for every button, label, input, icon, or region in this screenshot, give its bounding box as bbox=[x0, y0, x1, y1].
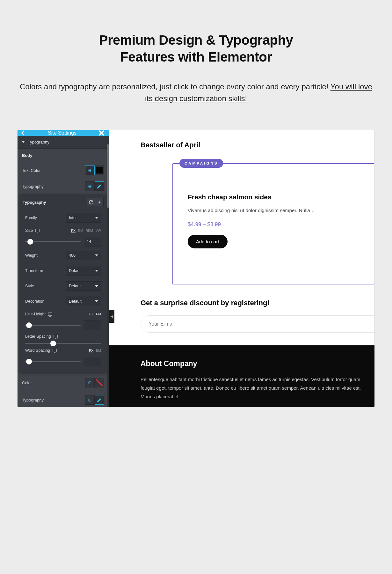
weight-select[interactable]: 400 bbox=[66, 251, 101, 260]
family-value: Inter bbox=[69, 216, 77, 220]
style-select[interactable]: Default bbox=[66, 281, 101, 291]
no-color-swatch bbox=[96, 379, 103, 386]
row-color: Color ⊕ bbox=[18, 374, 109, 391]
hero-title: Premium Design & Typography Features wit… bbox=[19, 32, 373, 65]
chevron-down-icon bbox=[95, 270, 98, 272]
hero: Premium Design & Typography Features wit… bbox=[0, 0, 392, 120]
preview-pane: ◀ Bestseller of April CAMPAIGNS Fresh ch… bbox=[109, 130, 374, 407]
accordion-typography[interactable]: Typography bbox=[18, 136, 109, 149]
row-size: Size PX EM REM VW bbox=[19, 225, 107, 236]
unit-em[interactable]: EM bbox=[96, 349, 101, 352]
subscribe-heading: Get a surprise discount by registering! bbox=[141, 299, 374, 307]
settings-sidebar: Site Settings Typography Body Text Color… bbox=[18, 130, 109, 407]
row-transform: Transform Default bbox=[19, 263, 107, 278]
wordspacing-thumb[interactable] bbox=[26, 359, 32, 364]
back-icon[interactable] bbox=[21, 130, 27, 136]
size-slider[interactable] bbox=[25, 241, 81, 242]
transform-select[interactable]: Default bbox=[66, 266, 101, 276]
row-style: Style Default bbox=[19, 278, 107, 294]
add-to-cart-button[interactable]: Add to cart bbox=[188, 235, 228, 248]
chevron-down-icon bbox=[95, 217, 98, 219]
style-value: Default bbox=[69, 284, 82, 288]
wordspacing-units: PX EM bbox=[89, 349, 101, 352]
desktop-icon[interactable] bbox=[54, 335, 58, 338]
lineheight-slider[interactable] bbox=[25, 325, 81, 326]
product-description: Vivamus adipiscing nisl ut dolor digniss… bbox=[188, 207, 360, 214]
chevron-down-icon bbox=[95, 254, 98, 256]
typography-label: Typography bbox=[22, 184, 44, 189]
size-slider-row: 14 bbox=[19, 236, 107, 248]
edit-typography-button[interactable] bbox=[95, 395, 104, 405]
weight-value: 400 bbox=[69, 253, 76, 258]
wordspacing-label: Word Spacing bbox=[25, 348, 50, 353]
unit-em[interactable]: EM bbox=[78, 229, 83, 232]
unit-em[interactable]: EM bbox=[96, 312, 101, 316]
row-typography: Typography ⊕ bbox=[18, 178, 109, 194]
product-card-wrap: CAMPAIGNS Fresh cheap salmon sides Vivam… bbox=[172, 163, 374, 284]
globe-button[interactable]: ⊕ bbox=[85, 395, 95, 405]
reset-button[interactable] bbox=[87, 198, 95, 206]
desktop-icon[interactable] bbox=[53, 349, 57, 352]
globe-icon: ⊕ bbox=[88, 397, 92, 402]
color-swatch-button[interactable] bbox=[95, 166, 104, 175]
size-label: Size bbox=[25, 228, 33, 233]
globe-button[interactable]: ⊕ bbox=[85, 378, 95, 387]
globe-button[interactable]: ⊕ bbox=[85, 181, 95, 191]
plus-icon: + bbox=[98, 200, 101, 205]
row-decoration: Decoration Default bbox=[19, 294, 107, 309]
letterspacing-thumb[interactable] bbox=[50, 341, 56, 346]
chevron-down-icon bbox=[95, 285, 98, 287]
pencil-icon bbox=[97, 184, 102, 188]
row-wordspacing: Word Spacing PX EM bbox=[19, 345, 107, 356]
decoration-select[interactable]: Default bbox=[66, 297, 101, 306]
typography2-label: Typography bbox=[22, 398, 44, 402]
lineheight-thumb[interactable] bbox=[26, 322, 32, 328]
unit-rem[interactable]: REM bbox=[86, 229, 93, 232]
unit-px[interactable]: PX bbox=[89, 349, 93, 352]
size-units: PX EM REM VW bbox=[71, 229, 101, 232]
color-swatch-button[interactable] bbox=[95, 378, 104, 387]
globe-icon: ⊕ bbox=[88, 380, 92, 385]
edit-typography-button[interactable] bbox=[95, 181, 104, 191]
sidebar-title: Site Settings bbox=[48, 130, 76, 136]
text-color-label: Text Color bbox=[22, 168, 41, 173]
add-button[interactable]: + bbox=[95, 198, 104, 206]
wordspacing-value-input[interactable] bbox=[84, 357, 101, 366]
chevron-down-icon bbox=[95, 300, 98, 302]
bestseller-heading: Bestseller of April bbox=[141, 141, 374, 149]
decoration-value: Default bbox=[69, 299, 82, 304]
wordspacing-slider-row bbox=[19, 356, 107, 368]
unit-px[interactable]: PX bbox=[71, 229, 76, 232]
row-family: Family Inter bbox=[19, 210, 107, 225]
popup-title: Typography bbox=[23, 200, 46, 205]
size-value-input[interactable]: 14 bbox=[84, 237, 101, 247]
desktop-icon[interactable] bbox=[35, 229, 40, 232]
row-letterspacing: Letter Spacing bbox=[19, 331, 107, 342]
size-thumb[interactable] bbox=[27, 239, 33, 245]
email-input[interactable]: Your E-mail bbox=[141, 315, 374, 333]
footer-section: About Company Pellentesque habitant morb… bbox=[109, 345, 374, 407]
unit-vw[interactable]: VW bbox=[96, 229, 101, 232]
lineheight-value-input[interactable] bbox=[84, 320, 101, 330]
family-label: Family bbox=[25, 216, 37, 220]
globe-icon: ⊕ bbox=[88, 184, 92, 189]
campaigns-badge: CAMPAIGNS bbox=[179, 159, 223, 168]
accordion-label: Typography bbox=[28, 140, 49, 144]
color-label: Color bbox=[22, 380, 32, 385]
globe-button[interactable]: ⊕ bbox=[85, 166, 95, 175]
product-price: $4.99 – $3.99 bbox=[188, 221, 360, 228]
lineheight-units: PX EM bbox=[89, 312, 101, 316]
letterspacing-slider[interactable] bbox=[25, 343, 101, 344]
unit-px[interactable]: PX bbox=[89, 312, 93, 316]
row-weight: Weight 400 bbox=[19, 248, 107, 263]
lineheight-slider-row bbox=[19, 319, 107, 331]
revert-icon bbox=[89, 200, 93, 204]
collapse-handle[interactable]: ◀ bbox=[109, 310, 114, 323]
footer-heading: About Company bbox=[141, 359, 374, 368]
close-icon[interactable] bbox=[98, 130, 104, 136]
product-card: Fresh cheap salmon sides Vivamus adipisc… bbox=[172, 163, 374, 284]
family-select[interactable]: Inter bbox=[66, 213, 101, 223]
subscribe-section: Get a surprise discount by registering! … bbox=[109, 286, 374, 345]
desktop-icon[interactable] bbox=[48, 313, 52, 316]
wordspacing-slider[interactable] bbox=[25, 361, 81, 362]
